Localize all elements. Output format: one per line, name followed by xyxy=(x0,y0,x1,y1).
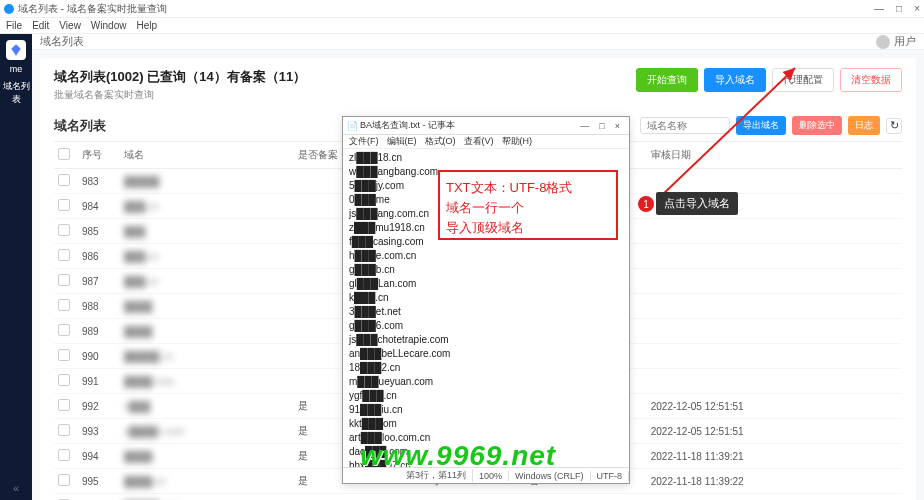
row-checkbox[interactable] xyxy=(58,199,70,211)
cell-domain: ████ xyxy=(120,444,294,469)
refresh-icon[interactable]: ↻ xyxy=(886,118,902,134)
cell-beian: 是 xyxy=(294,494,415,501)
cell-domain: █████.cn xyxy=(120,344,294,369)
search-input[interactable] xyxy=(640,117,730,134)
annotation-tooltip: 点击导入域名 xyxy=(656,192,738,215)
cell-date xyxy=(647,244,902,269)
notepad-max-icon[interactable]: □ xyxy=(594,121,609,131)
import-domain-button[interactable]: 导入域名 xyxy=(704,68,766,92)
user-label: 用户 xyxy=(894,34,916,49)
cell-domain: ████ xyxy=(120,319,294,344)
row-checkbox[interactable] xyxy=(58,224,70,236)
notepad-menu-edit[interactable]: 编辑(E) xyxy=(387,135,417,148)
row-checkbox[interactable] xyxy=(58,424,70,436)
row-checkbox[interactable] xyxy=(58,374,70,386)
table-row[interactable]: 996█████.com是95号-45否2022-12-01 14:53:22 xyxy=(54,494,902,501)
cell-seq: 991 xyxy=(78,369,120,394)
cell-domain: ████.com xyxy=(120,369,294,394)
row-checkbox[interactable] xyxy=(58,324,70,336)
cell-domain: █████ xyxy=(120,169,294,194)
annotation-line3: 导入顶级域名 xyxy=(446,218,610,238)
notepad-min-icon[interactable]: — xyxy=(575,121,594,131)
menu-view[interactable]: View xyxy=(59,20,81,31)
avatar-icon xyxy=(876,35,890,49)
row-checkbox[interactable] xyxy=(58,299,70,311)
cell-limit: 否 xyxy=(525,494,646,501)
app-icon xyxy=(4,4,14,14)
row-checkbox[interactable] xyxy=(58,449,70,461)
cell-domain: ███.cn xyxy=(120,269,294,294)
tabbar: 域名列表 用户 xyxy=(32,34,924,50)
page-title: 域名列表(1002) 已查询（14）有备案（11） xyxy=(54,68,306,86)
cell-domain: z████o.com xyxy=(120,419,294,444)
clear-data-button[interactable]: 清空数据 xyxy=(840,68,902,92)
cell-icp: 95号-45 xyxy=(415,494,525,501)
column-header: 域名 xyxy=(120,142,294,169)
user-menu[interactable]: 用户 xyxy=(876,34,916,49)
cell-date xyxy=(647,169,902,194)
cell-seq: 992 xyxy=(78,394,120,419)
notepad-menu-format[interactable]: 格式(O) xyxy=(425,135,456,148)
cell-date: 2022-12-05 12:51:51 xyxy=(647,394,902,419)
cell-seq: 983 xyxy=(78,169,120,194)
annotation-line2: 域名一行一个 xyxy=(446,198,610,218)
notepad-close-icon[interactable]: × xyxy=(610,121,625,131)
row-checkbox[interactable] xyxy=(58,399,70,411)
row-checkbox[interactable] xyxy=(58,249,70,261)
column-header xyxy=(54,142,78,169)
proxy-config-button[interactable]: 代理配置 xyxy=(772,68,834,92)
cell-domain: ████ xyxy=(120,294,294,319)
sidebar: me 域名列表 « xyxy=(0,34,32,500)
row-checkbox[interactable] xyxy=(58,174,70,186)
select-all-checkbox[interactable] xyxy=(58,148,70,160)
menu-help[interactable]: Help xyxy=(136,20,157,31)
annotation-line1: TXT文本：UTF-8格式 xyxy=(446,178,610,198)
cell-domain: ████.cn xyxy=(120,469,294,494)
cell-seq: 995 xyxy=(78,469,120,494)
cell-date xyxy=(647,269,902,294)
win-minimize-icon[interactable]: — xyxy=(874,3,884,14)
row-checkbox[interactable] xyxy=(58,349,70,361)
cell-date xyxy=(647,294,902,319)
cell-domain: ███ xyxy=(120,219,294,244)
cell-date: 2022-11-18 11:39:22 xyxy=(647,469,902,494)
sidebar-collapse-icon[interactable]: « xyxy=(7,476,25,500)
notepad-menu-file[interactable]: 文件(F) xyxy=(349,135,379,148)
column-header: 审核日期 xyxy=(647,142,902,169)
menu-window[interactable]: Window xyxy=(91,20,127,31)
menu-edit[interactable]: Edit xyxy=(32,20,49,31)
app-logo-icon[interactable] xyxy=(6,40,26,60)
notepad-status-zoom: 100% xyxy=(473,471,509,481)
row-checkbox[interactable] xyxy=(58,274,70,286)
delete-selected-button[interactable]: 删除选中 xyxy=(792,116,842,135)
sidebar-item-domainlist[interactable]: 域名列表 xyxy=(0,76,32,110)
cell-date xyxy=(647,219,902,244)
export-domain-button[interactable]: 导出域名 xyxy=(736,116,786,135)
cell-seq: 993 xyxy=(78,419,120,444)
menubar: File Edit View Window Help xyxy=(0,18,924,34)
cell-seq: 984 xyxy=(78,194,120,219)
notepad-title: BA域名查询.txt - 记事本 xyxy=(360,119,455,132)
cell-seq: 988 xyxy=(78,294,120,319)
notepad-icon: 📄 xyxy=(347,121,357,131)
log-button[interactable]: 日志 xyxy=(848,116,880,135)
notepad-status-enc: Windows (CRLF) xyxy=(509,471,591,481)
row-checkbox[interactable] xyxy=(58,474,70,486)
cell-date: 2022-11-18 11:39:21 xyxy=(647,444,902,469)
win-maximize-icon[interactable]: □ xyxy=(896,3,902,14)
page-subtitle: 批量域名备案实时查询 xyxy=(54,88,306,102)
cell-seq: 987 xyxy=(78,269,120,294)
sidebar-user-label: me xyxy=(10,64,23,74)
menu-file[interactable]: File xyxy=(6,20,22,31)
cell-seq: 986 xyxy=(78,244,120,269)
cell-date xyxy=(647,344,902,369)
cell-date xyxy=(647,369,902,394)
cell-seq: 989 xyxy=(78,319,120,344)
tab-domainlist[interactable]: 域名列表 xyxy=(40,34,84,49)
cell-seq: 996 xyxy=(78,494,120,501)
start-query-button[interactable]: 开始查询 xyxy=(636,68,698,92)
notepad-menu-view[interactable]: 查看(V) xyxy=(464,135,494,148)
notepad-menu-help[interactable]: 帮助(H) xyxy=(502,135,533,148)
window-title: 域名列表 - 域名备案实时批量查询 xyxy=(18,2,874,16)
win-close-icon[interactable]: × xyxy=(914,3,920,14)
